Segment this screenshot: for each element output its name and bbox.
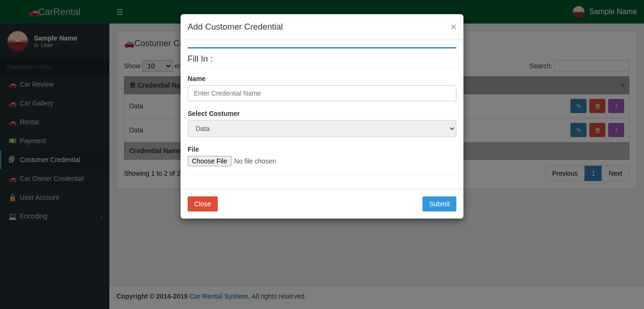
submit-button[interactable]: Submit [422,196,456,211]
select-costumer-label: Select Costumer [188,110,456,117]
file-status: No file chosen [234,157,276,165]
modal-title: Add Customer Credential [188,22,283,32]
divider [188,47,456,49]
name-label: Name [188,75,456,82]
modal-body: Fill In : Name Select Costumer Data File… [181,40,463,189]
divider [188,175,456,175]
modal-footer: Close Submit [181,189,463,219]
file-label: File [188,146,456,153]
select-costumer-dropdown[interactable]: Data [188,120,456,137]
add-customer-credential-modal: Add Customer Credential × Fill In : Name… [181,14,463,219]
close-button[interactable]: Close [188,196,218,211]
choose-file-button[interactable]: Choose File [188,156,231,166]
fill-in-heading: Fill In : [188,54,456,64]
divider [188,68,456,68]
modal-header: Add Customer Credential × [181,14,463,40]
close-icon[interactable]: × [451,21,456,33]
credential-name-input[interactable] [188,85,456,101]
